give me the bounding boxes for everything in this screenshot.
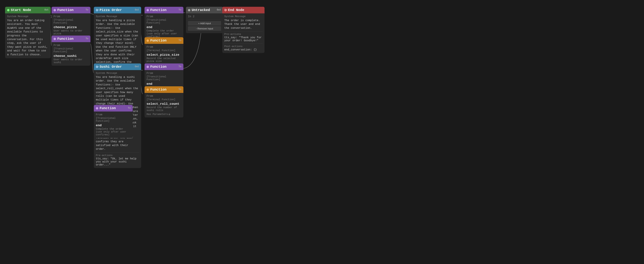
untracked-title: Untracked <box>192 8 210 12</box>
start-sys-msg: You are an order-taking assistant. You m… <box>7 19 49 57</box>
func-sushi-name: choose_sushi <box>54 54 88 58</box>
untracked-dot <box>188 9 190 11</box>
bottom-func-from-sub: [Transitional Function] <box>96 117 131 123</box>
func-end-pizza-node: Function To From [Transitional Function]… <box>144 7 184 40</box>
func-sushi-header: Function To <box>52 36 90 42</box>
start-dot <box>7 9 10 11</box>
start-node-body: System Message You are an order-taking a… <box>5 13 51 58</box>
func-end-pizza-name: end <box>146 25 181 29</box>
func-roll-count-name: select_roll_count <box>146 102 181 106</box>
func-pizza-size-header: Function To <box>144 37 184 44</box>
func-roll-count-params-text: Has Parameters <box>146 113 168 116</box>
func-pizza-to-port: To <box>86 9 88 11</box>
end-pre-text: tts_say: "Thank you for your order! Good… <box>224 36 262 42</box>
end-node-title: End Node <box>228 8 244 12</box>
sushi-order-header: Sushi Order In Out <box>94 64 141 70</box>
sushi-sys-label: System Message <box>96 72 139 75</box>
untracked-node: Untracked Out In 2 + Add input - Remove … <box>186 7 223 33</box>
end-sys-label: System Message <box>224 15 262 18</box>
func-pizza-name: choose_pizza <box>54 25 88 29</box>
func-roll-count-body: From [Terminal Function] select_roll_cou… <box>144 93 184 117</box>
func-sushi-node: Function To From [Transitional Function]… <box>52 36 90 66</box>
func-pizza-size-dot <box>146 40 149 42</box>
func-roll-count-to-port: To <box>178 88 181 91</box>
bottom-func-header: Function To <box>94 105 133 112</box>
end-node: End Node In System Message The order is … <box>222 7 264 53</box>
end-pre-label: Pre-actions <box>224 33 262 36</box>
end-node-body: System Message The order is complete. Th… <box>222 13 264 53</box>
func-pizza-node: Function To From [Transitional Function]… <box>52 7 90 37</box>
end-node-header: End Node In <box>222 7 264 13</box>
start-node-title: Start Node <box>11 8 31 12</box>
pizza-sys-label: System Message <box>96 15 139 18</box>
sushi-order-out-port: Out <box>135 65 139 68</box>
func-pizza-size-from-label: From <box>146 46 181 49</box>
func-pizza-dot <box>54 9 56 11</box>
bottom-func-from-label: From <box>96 113 131 116</box>
sushi-pre-label: Pre-actions <box>96 154 139 157</box>
func-end-pizza-from-sub: [Transitional Function] <box>146 19 181 24</box>
func-end-sushi-to-port: To <box>178 65 181 68</box>
bottom-function-node: Function To From [Transitional Function]… <box>94 105 133 138</box>
bottom-func-body: From [Transitional Function] end Complet… <box>94 112 133 138</box>
func-pizza-title: Function <box>57 8 74 12</box>
sushi-pre-text: tts_say: "Ok, let me help you with your … <box>96 157 139 166</box>
func-roll-count-header: Function To <box>144 86 184 93</box>
func-pizza-desc: User wants to order pizza <box>54 30 88 35</box>
sushi-order-title: Sushi Order <box>100 65 122 69</box>
func-pizza-size-title: Function <box>150 39 166 43</box>
add-input-button[interactable]: + Add input <box>188 21 221 26</box>
func-sushi-dot <box>54 38 56 40</box>
func-sushi-from-label: From <box>54 44 88 47</box>
untracked-in2-label: In 2 <box>188 15 221 18</box>
func-sushi-body: From [Transitional Function] choose_sush… <box>52 42 90 66</box>
pizza-order-out-port: Out <box>135 9 139 11</box>
pizza-order-title: Pizza Order <box>100 8 122 12</box>
func-pizza-from-label: From <box>54 15 88 18</box>
start-node-header: Start Node Out <box>5 7 51 13</box>
start-out-port: Out <box>44 9 49 11</box>
func-pizza-size-name: select_pizza_size <box>146 53 181 57</box>
func-roll-count-params-dot <box>168 114 170 115</box>
func-roll-count-params: Has Parameters <box>146 113 181 116</box>
func-sushi-desc: User wants to order sushi <box>54 58 88 64</box>
end-sep1 <box>224 31 262 32</box>
start-sys-label: System Message <box>7 15 49 18</box>
func-roll-count-from-label: From <box>146 95 181 98</box>
end-post-label: Post-actions <box>224 45 262 48</box>
func-roll-count-node: Function To From [Terminal Function] sel… <box>144 86 184 117</box>
pizza-order-in-port: In <box>96 9 99 11</box>
func-roll-count-title: Function <box>150 88 166 92</box>
func-end-sushi-header: Function To <box>144 64 184 70</box>
bottom-func-to-port: To <box>128 107 131 109</box>
bottom-func-dot <box>96 107 98 110</box>
func-pizza-size-from-sub: [Terminal Function] <box>146 49 181 52</box>
sushi-separator <box>96 152 139 153</box>
sushi-order-in-port: In <box>96 65 99 68</box>
func-end-pizza-title: Function <box>150 8 166 12</box>
end-post-text: end_conversation: {} <box>224 48 262 51</box>
func-sushi-to-port: To <box>86 37 88 40</box>
func-pizza-body: From [Transitional Function] choose_pizz… <box>52 13 90 37</box>
func-pizza-from-sub: [Transitional Function] <box>54 19 88 24</box>
canvas: Start Node Out System Message You are an… <box>0 0 644 264</box>
func-roll-count-from-sub: [Terminal Function] <box>146 98 181 101</box>
bottom-func-title: Function <box>100 106 116 110</box>
func-end-pizza-header: Function To <box>144 7 184 13</box>
remove-input-button[interactable]: - Remove input <box>188 26 221 31</box>
func-sushi-title: Function <box>57 37 74 41</box>
func-end-pizza-body: From [Transitional Function] end Complet… <box>144 13 184 40</box>
untracked-header: Untracked Out <box>186 7 223 13</box>
untracked-out-port: Out <box>217 9 221 11</box>
func-end-sushi-from-label: From <box>146 72 181 75</box>
func-end-sushi-from-sub: [Transitional Function] <box>146 75 181 81</box>
func-pizza-header: Function To <box>52 7 90 13</box>
func-end-sushi-name: end <box>146 82 181 86</box>
func-end-sushi-title: Function <box>150 65 166 69</box>
bottom-func-name: end <box>96 124 131 127</box>
pizza-order-header: Pizza Order In Out <box>94 7 141 13</box>
func-pizza-size-desc: Record the selected pizza size <box>146 57 181 63</box>
func-end-pizza-desc: Complete the order (use only after user … <box>146 30 181 38</box>
end-sys-msg: The order is complete. Thank the user an… <box>224 19 262 30</box>
untracked-body: In 2 + Add input - Remove input <box>186 13 223 33</box>
